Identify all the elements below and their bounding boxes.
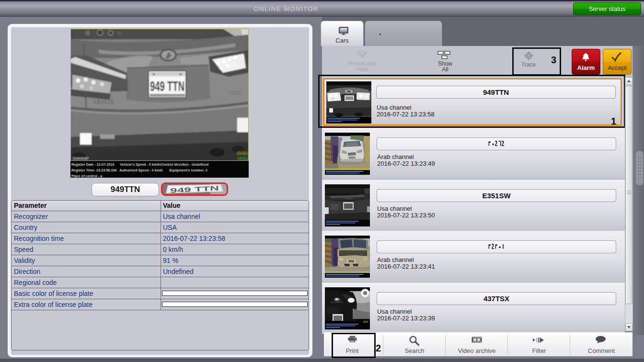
svg-text:LEXUS: LEXUS (93, 98, 114, 105)
svg-text:08:51:51: 08:51:51 (238, 156, 249, 161)
svg-text:949 TTN: 949 TTN (150, 78, 184, 94)
svg-text:Camera7: Camera7 (73, 156, 89, 160)
svg-text:05/31/12: 05/31/12 (237, 151, 249, 156)
svg-text:IS250: IS250 (229, 90, 242, 96)
